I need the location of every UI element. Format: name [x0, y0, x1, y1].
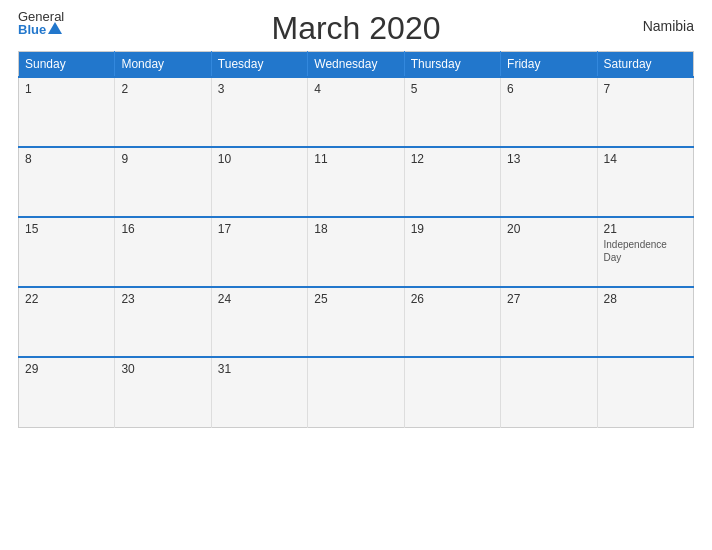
weekday-header: Tuesday — [211, 52, 307, 78]
calendar-day-cell: 3 — [211, 77, 307, 147]
logo-blue-text: Blue — [18, 23, 46, 36]
calendar-day-cell: 30 — [115, 357, 211, 427]
calendar-day-cell: 10 — [211, 147, 307, 217]
calendar-body: 123456789101112131415161718192021Indepen… — [19, 77, 694, 427]
calendar-day-cell: 14 — [597, 147, 693, 217]
calendar-day-cell: 26 — [404, 287, 500, 357]
calendar-day-cell: 18 — [308, 217, 404, 287]
calendar-day-cell: 24 — [211, 287, 307, 357]
day-number: 30 — [121, 362, 204, 376]
calendar-day-cell: 16 — [115, 217, 211, 287]
calendar-header: General Blue March 2020 Namibia — [18, 10, 694, 47]
calendar-day-cell: 27 — [501, 287, 597, 357]
day-number: 31 — [218, 362, 301, 376]
day-number: 28 — [604, 292, 687, 306]
day-number: 21 — [604, 222, 687, 236]
calendar-day-cell: 4 — [308, 77, 404, 147]
calendar-day-cell: 5 — [404, 77, 500, 147]
day-number: 4 — [314, 82, 397, 96]
calendar-day-cell — [501, 357, 597, 427]
calendar-day-cell: 12 — [404, 147, 500, 217]
calendar-day-cell: 21Independence Day — [597, 217, 693, 287]
day-number: 27 — [507, 292, 590, 306]
day-number: 25 — [314, 292, 397, 306]
day-number: 22 — [25, 292, 108, 306]
weekday-header: Wednesday — [308, 52, 404, 78]
day-number: 5 — [411, 82, 494, 96]
weekday-header: Thursday — [404, 52, 500, 78]
day-number: 13 — [507, 152, 590, 166]
day-number: 23 — [121, 292, 204, 306]
day-number: 24 — [218, 292, 301, 306]
calendar-day-cell: 15 — [19, 217, 115, 287]
day-number: 7 — [604, 82, 687, 96]
day-number: 2 — [121, 82, 204, 96]
calendar-day-cell: 23 — [115, 287, 211, 357]
weekday-header: Monday — [115, 52, 211, 78]
calendar-day-cell — [308, 357, 404, 427]
day-number: 19 — [411, 222, 494, 236]
calendar-week-row: 22232425262728 — [19, 287, 694, 357]
day-number: 11 — [314, 152, 397, 166]
calendar-day-cell: 28 — [597, 287, 693, 357]
calendar-day-cell: 1 — [19, 77, 115, 147]
weekday-header: Sunday — [19, 52, 115, 78]
calendar-day-cell — [597, 357, 693, 427]
calendar-title: March 2020 — [272, 10, 441, 47]
day-number: 10 — [218, 152, 301, 166]
day-number: 16 — [121, 222, 204, 236]
country-label: Namibia — [643, 18, 694, 34]
calendar-day-cell: 29 — [19, 357, 115, 427]
calendar-week-row: 891011121314 — [19, 147, 694, 217]
calendar-week-row: 293031 — [19, 357, 694, 427]
calendar-day-cell: 7 — [597, 77, 693, 147]
calendar-day-cell: 8 — [19, 147, 115, 217]
calendar-table: SundayMondayTuesdayWednesdayThursdayFrid… — [18, 51, 694, 428]
logo: General Blue — [18, 10, 64, 36]
day-number: 18 — [314, 222, 397, 236]
calendar-week-row: 15161718192021Independence Day — [19, 217, 694, 287]
calendar-day-cell: 25 — [308, 287, 404, 357]
calendar-day-cell — [404, 357, 500, 427]
day-number: 9 — [121, 152, 204, 166]
calendar-day-cell: 6 — [501, 77, 597, 147]
day-number: 6 — [507, 82, 590, 96]
calendar-day-cell: 2 — [115, 77, 211, 147]
calendar-day-cell: 31 — [211, 357, 307, 427]
calendar-day-cell: 17 — [211, 217, 307, 287]
weekday-header: Saturday — [597, 52, 693, 78]
day-number: 20 — [507, 222, 590, 236]
calendar-day-cell: 9 — [115, 147, 211, 217]
event-label: Independence Day — [604, 238, 687, 264]
day-number: 17 — [218, 222, 301, 236]
day-number: 15 — [25, 222, 108, 236]
day-number: 14 — [604, 152, 687, 166]
calendar-day-cell: 22 — [19, 287, 115, 357]
day-number: 8 — [25, 152, 108, 166]
calendar-day-cell: 19 — [404, 217, 500, 287]
day-number: 3 — [218, 82, 301, 96]
logo-triangle-icon — [48, 22, 62, 34]
weekday-header: Friday — [501, 52, 597, 78]
day-number: 29 — [25, 362, 108, 376]
calendar-day-cell: 20 — [501, 217, 597, 287]
calendar-day-cell: 13 — [501, 147, 597, 217]
day-number: 12 — [411, 152, 494, 166]
calendar-day-cell: 11 — [308, 147, 404, 217]
calendar-week-row: 1234567 — [19, 77, 694, 147]
calendar-header-row: SundayMondayTuesdayWednesdayThursdayFrid… — [19, 52, 694, 78]
day-number: 1 — [25, 82, 108, 96]
day-number: 26 — [411, 292, 494, 306]
